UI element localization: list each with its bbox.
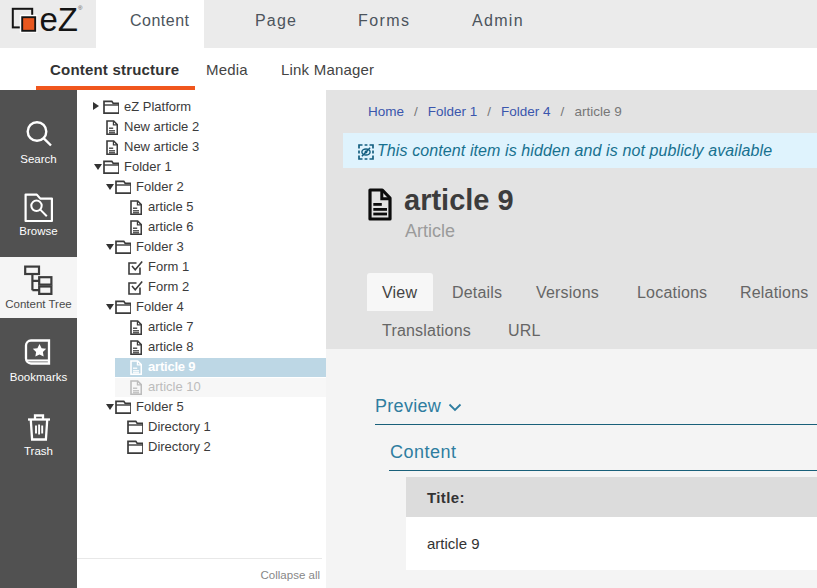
svg-text:eZ: eZ	[40, 1, 79, 38]
svg-text:®: ®	[78, 5, 83, 11]
